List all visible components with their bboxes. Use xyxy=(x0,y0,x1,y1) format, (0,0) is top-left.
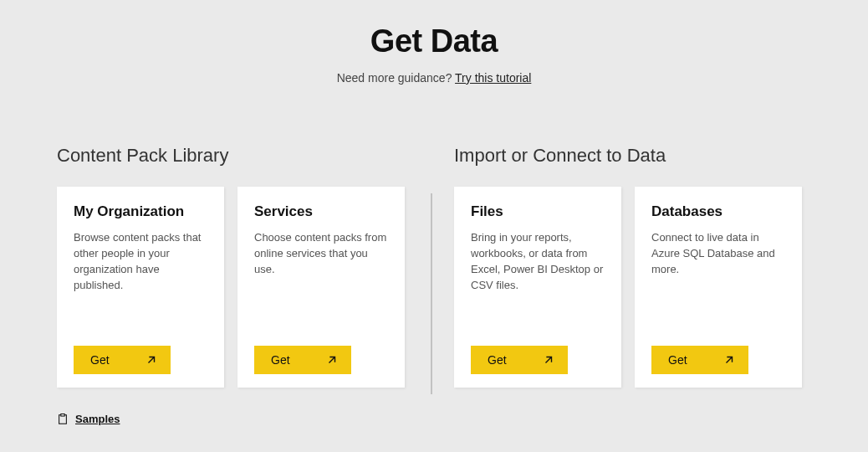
card-title: My Organization xyxy=(74,203,209,220)
arrow-upright-icon xyxy=(723,354,735,366)
guidance-text: Need more guidance? Try this tutorial xyxy=(0,71,868,85)
section-title-content-pack: Content Pack Library xyxy=(57,145,414,167)
get-button-services[interactable]: Get xyxy=(254,346,351,374)
arrow-upright-icon xyxy=(326,354,338,366)
svg-rect-1 xyxy=(61,413,64,416)
import-connect-section: Import or Connect to Data Files Bring in… xyxy=(454,145,811,394)
arrow-upright-icon xyxy=(146,354,157,366)
get-button-databases[interactable]: Get xyxy=(651,346,748,374)
get-button-label: Get xyxy=(668,353,687,367)
card-title: Services xyxy=(254,203,390,220)
get-button-my-organization[interactable]: Get xyxy=(74,346,171,374)
card-desc: Bring in your reports, workbooks, or dat… xyxy=(471,230,606,346)
card-my-organization: My Organization Browse content packs tha… xyxy=(57,187,224,388)
card-desc: Connect to live data in Azure SQL Databa… xyxy=(651,230,787,346)
samples-link[interactable]: Samples xyxy=(75,413,120,425)
section-title-import: Import or Connect to Data xyxy=(454,145,811,167)
card-title: Files xyxy=(471,203,606,220)
card-services: Services Choose content packs from onlin… xyxy=(237,187,405,388)
guidance-prefix: Need more guidance? xyxy=(337,71,455,85)
content-pack-library-section: Content Pack Library My Organization Bro… xyxy=(57,145,414,394)
get-button-label: Get xyxy=(271,353,290,367)
arrow-upright-icon xyxy=(543,354,554,366)
card-desc: Choose content packs from online service… xyxy=(254,230,390,346)
card-files: Files Bring in your reports, workbooks, … xyxy=(454,187,621,388)
get-button-files[interactable]: Get xyxy=(471,346,568,374)
section-divider xyxy=(431,193,432,394)
card-databases: Databases Connect to live data in Azure … xyxy=(635,187,802,388)
tutorial-link[interactable]: Try this tutorial xyxy=(455,71,531,85)
get-button-label: Get xyxy=(90,353,110,367)
get-button-label: Get xyxy=(488,353,507,367)
clipboard-icon xyxy=(57,413,69,425)
page-title: Get Data xyxy=(0,23,868,59)
card-title: Databases xyxy=(651,203,787,220)
card-desc: Browse content packs that other people i… xyxy=(74,230,209,346)
